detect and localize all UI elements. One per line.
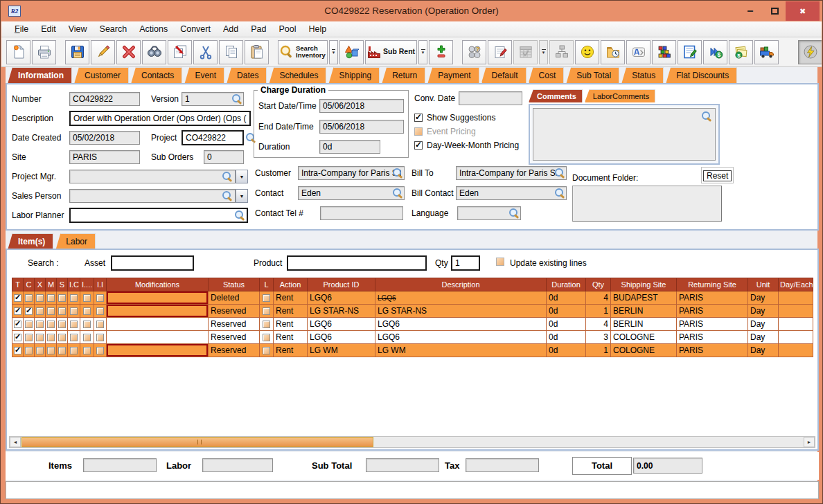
sales-person-search-icon[interactable]	[222, 190, 232, 201]
unchecked-checkbox-icon[interactable]	[36, 307, 44, 315]
show-suggestions-checkbox[interactable]	[414, 114, 423, 122]
checked-checkbox-icon[interactable]	[14, 347, 21, 354]
unchecked-checkbox-icon[interactable]	[70, 294, 78, 302]
inventory-blocks-button[interactable]	[652, 40, 676, 64]
paste-button[interactable]	[245, 40, 269, 64]
customer-smiley-button[interactable]	[575, 40, 599, 64]
col-c[interactable]: C	[24, 278, 35, 291]
cell-flag-t[interactable]	[12, 331, 24, 344]
cell-flag-s[interactable]	[57, 291, 68, 305]
cell-l[interactable]	[260, 344, 274, 357]
tab-event[interactable]: Event	[184, 67, 224, 84]
cell-flag-x[interactable]	[35, 305, 46, 318]
col-description[interactable]: Description	[375, 278, 547, 291]
menu-edit[interactable]: Edit	[35, 21, 62, 34]
cell-flag-m[interactable]	[46, 291, 57, 305]
cell-flag-x[interactable]	[35, 318, 46, 331]
search-inventory-button[interactable]: Search Inventory	[278, 40, 328, 64]
cell-flag-c[interactable]	[24, 291, 35, 305]
comments-search-icon[interactable]	[701, 111, 711, 121]
sub-rent-dropdown-icon[interactable]: ▼	[418, 40, 427, 64]
customer-field[interactable]	[298, 166, 405, 180]
unchecked-checkbox-icon[interactable]	[47, 334, 55, 341]
unchecked-checkbox-icon[interactable]	[25, 347, 33, 354]
sales-person-field[interactable]	[69, 189, 236, 203]
tab-labor[interactable]: Labor	[55, 233, 96, 250]
cell-flag-i-i[interactable]	[94, 291, 107, 305]
cell-flag-i-c[interactable]	[68, 305, 80, 318]
l-checkbox-icon[interactable]	[263, 307, 270, 315]
quick-actions-button[interactable]	[798, 40, 822, 64]
bill-contact-search-icon[interactable]	[554, 188, 565, 198]
product-field[interactable]	[287, 255, 427, 271]
tab-shipping[interactable]: Shipping	[328, 67, 380, 84]
cell-flag-m[interactable]	[46, 305, 57, 318]
cell-flag-t[interactable]	[12, 291, 24, 305]
l-checkbox-icon[interactable]	[263, 294, 270, 302]
search-inventory-dropdown-icon[interactable]: ▼	[329, 40, 338, 64]
tab-schedules[interactable]: Schedules	[269, 67, 326, 84]
date-created-field[interactable]	[69, 131, 140, 145]
bill-to-search-icon[interactable]	[554, 168, 565, 178]
unchecked-checkbox-icon[interactable]	[47, 321, 55, 328]
price-transfer-button[interactable]: $	[703, 40, 727, 64]
cell-flag-i[interactable]	[80, 291, 94, 305]
cell-flag-i[interactable]	[80, 331, 94, 344]
unchecked-checkbox-icon[interactable]	[96, 347, 104, 354]
unchecked-checkbox-icon[interactable]	[96, 307, 104, 315]
new-document-button[interactable]	[6, 40, 30, 64]
menu-view[interactable]: View	[62, 21, 94, 34]
number-field[interactable]	[69, 92, 140, 106]
cell-flag-i[interactable]	[80, 318, 94, 331]
checked-checkbox-icon[interactable]	[14, 294, 21, 302]
col-i[interactable]: I....	[80, 278, 94, 291]
cell-l[interactable]	[260, 305, 274, 318]
l-checkbox-icon[interactable]	[263, 347, 270, 354]
delivery-truck-button[interactable]	[754, 40, 779, 64]
menu-pool[interactable]: Pool	[272, 21, 302, 34]
shortcut-key-button[interactable]	[626, 40, 651, 64]
col-l[interactable]: L	[260, 278, 274, 291]
unchecked-checkbox-icon[interactable]	[96, 321, 104, 328]
notes-button[interactable]	[488, 40, 512, 64]
menu-pad[interactable]: Pad	[245, 21, 272, 34]
unchecked-checkbox-icon[interactable]	[58, 321, 66, 328]
unchecked-checkbox-icon[interactable]	[47, 347, 55, 354]
tab-cost[interactable]: Cost	[529, 67, 565, 84]
unchecked-checkbox-icon[interactable]	[83, 334, 91, 341]
col-modifications[interactable]: Modifications	[107, 278, 209, 291]
unchecked-checkbox-icon[interactable]	[58, 334, 66, 341]
cell-flag-i-i[interactable]	[94, 318, 107, 331]
reset-button[interactable]: Reset	[703, 170, 732, 181]
version-search-icon[interactable]	[231, 93, 242, 104]
save-button[interactable]	[65, 40, 89, 64]
l-checkbox-icon[interactable]	[263, 334, 270, 341]
add-remove-line-button[interactable]	[429, 40, 453, 64]
sub-orders-field[interactable]	[204, 150, 244, 164]
qty-field[interactable]	[451, 255, 480, 271]
maximize-icon[interactable]	[771, 8, 779, 15]
checked-checkbox-icon[interactable]	[25, 307, 33, 315]
cell-flag-i-c[interactable]	[68, 318, 80, 331]
scrollbar-thumb[interactable]	[21, 437, 373, 447]
conv-date-field[interactable]	[459, 91, 522, 105]
menu-actions[interactable]: Actions	[133, 21, 174, 34]
table-row[interactable]: ReservedRentLGQ6LGQ60d3COLOGNEPARISDay	[12, 331, 813, 344]
unchecked-checkbox-icon[interactable]	[70, 347, 78, 354]
cell-l[interactable]	[260, 318, 274, 331]
unchecked-checkbox-icon[interactable]	[36, 321, 44, 328]
cell-flag-c[interactable]	[24, 305, 35, 318]
asset-field[interactable]	[111, 255, 194, 271]
project-field[interactable]	[182, 130, 244, 145]
unchecked-checkbox-icon[interactable]	[83, 321, 91, 328]
unchecked-checkbox-icon[interactable]	[36, 294, 44, 302]
cell-flag-x[interactable]	[35, 344, 46, 357]
col-s[interactable]: S	[57, 278, 68, 291]
col-i-c[interactable]: I.C	[68, 278, 80, 291]
cell-flag-i-i[interactable]	[94, 331, 107, 344]
cell-flag-x[interactable]	[35, 331, 46, 344]
col-qty[interactable]: Qty	[586, 278, 611, 291]
labor-planner-search-icon[interactable]	[234, 210, 245, 220]
language-search-icon[interactable]	[508, 208, 519, 218]
cell-flag-m[interactable]	[46, 331, 57, 344]
